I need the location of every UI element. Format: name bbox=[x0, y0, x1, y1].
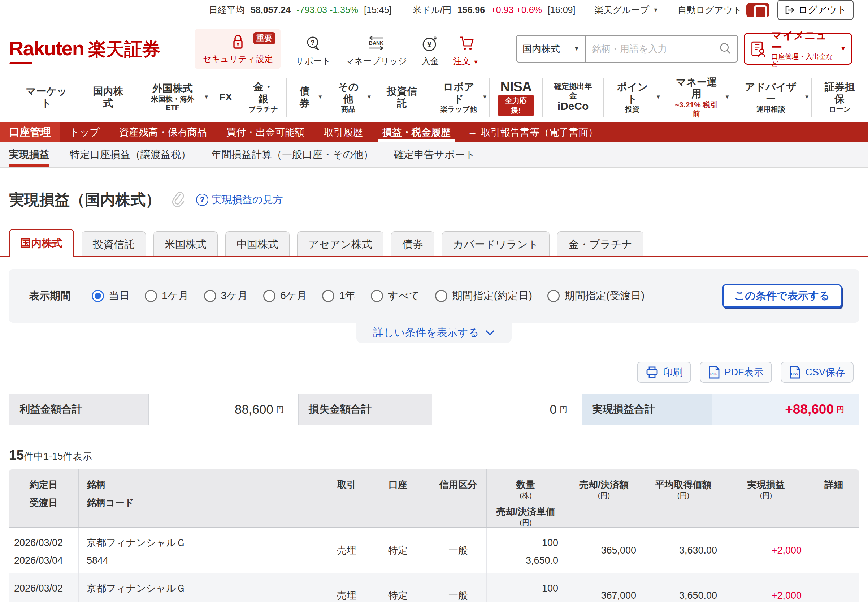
nav-securities-loan[interactable]: 証券担保 ローン bbox=[811, 78, 868, 117]
subnav-realized-pl[interactable]: 実現損益 bbox=[9, 142, 49, 167]
account-nav-top[interactable]: トップ bbox=[60, 122, 109, 142]
nav-advisor[interactable]: アドバイザー 運用相談 ▼ bbox=[732, 78, 812, 117]
search-category-select[interactable]: 国内株式 ▼ bbox=[517, 36, 586, 62]
nav-market[interactable]: マーケット bbox=[13, 78, 80, 117]
tab-bonds[interactable]: 債券 bbox=[391, 231, 434, 257]
period-option-6months[interactable]: 6ケ月 bbox=[263, 289, 307, 303]
security-settings-button[interactable]: 重要 セキュリティ設定 bbox=[194, 29, 281, 69]
arrow-right-icon: → bbox=[468, 126, 477, 138]
nav-mutual-funds[interactable]: 投資信託 bbox=[374, 78, 430, 117]
usdjpy-time: [16:09] bbox=[548, 5, 575, 15]
usdjpy-change: +0.93 +0.6% bbox=[491, 5, 542, 15]
period-label: 表示期間 bbox=[29, 289, 71, 303]
nikkei-value: 58,057.24 bbox=[251, 5, 291, 15]
apply-filter-button[interactable]: この条件で表示する bbox=[723, 284, 842, 307]
support-button[interactable]: ? サポート bbox=[295, 29, 331, 69]
realized-pl-table: 約定日受渡日 銘柄銘柄コード 取引 口座 信用区分 数量(株) 売却/決済単価(… bbox=[9, 469, 859, 602]
subnav-annual-pl-calc[interactable]: 年間損益計算（一般口座・その他） bbox=[211, 142, 374, 167]
tab-domestic-stock[interactable]: 国内株式 bbox=[9, 229, 74, 257]
rakuten-group-menu[interactable]: 楽天グループ ▼ bbox=[594, 4, 658, 16]
nav-other-products[interactable]: その他 商品 ▼ bbox=[325, 78, 374, 117]
nav-fx[interactable]: FX bbox=[211, 78, 240, 117]
nav-gold-platinum[interactable]: 金・銀 プラチナ bbox=[240, 78, 286, 117]
period-option-today[interactable]: 当日 bbox=[92, 289, 130, 303]
account-nav-trade-reports[interactable]: → 取引報告書等（電子書面） bbox=[460, 122, 605, 142]
account-nav: 口座管理 トップ 資産残高・保有商品 買付・出金可能額 取引履歴 損益・税金履歴… bbox=[0, 122, 868, 142]
chevron-down-icon: ▼ bbox=[656, 94, 661, 100]
nav-money-management[interactable]: マネー運用 ~3.21% 税引前 ▼ bbox=[663, 78, 732, 117]
subnav-specific-account-pl[interactable]: 特定口座損益（譲渡益税） bbox=[70, 142, 191, 167]
tab-us-stock[interactable]: 米国株式 bbox=[153, 231, 218, 257]
nav-point-invest[interactable]: ポイント 投資 ▼ bbox=[603, 78, 663, 117]
export-actions: 印刷 PDF PDF表示 CSV CSV保存 bbox=[9, 362, 854, 383]
logout-icon bbox=[785, 5, 795, 15]
table-header: 約定日受渡日 銘柄銘柄コード 取引 口座 信用区分 数量(株) 売却/決済単価(… bbox=[9, 469, 859, 528]
search-icon[interactable] bbox=[718, 41, 732, 56]
tab-asean-stock[interactable]: アセアン株式 bbox=[297, 231, 383, 257]
nikkei-time: [15:45] bbox=[364, 5, 391, 15]
nav-roboad[interactable]: ロボアド 楽ラップ他 ▼ bbox=[430, 78, 489, 117]
nav-bonds[interactable]: 債券 ▼ bbox=[286, 78, 325, 117]
loss-total-label: 損失金額合計 bbox=[298, 394, 432, 425]
nikkei-label: 日経平均 bbox=[209, 4, 245, 16]
radio-icon bbox=[547, 290, 560, 302]
logo-swoosh bbox=[9, 62, 33, 64]
nav-domestic-stock[interactable]: 国内株式 bbox=[80, 78, 136, 117]
usdjpy-value: 156.96 bbox=[458, 5, 485, 15]
radio-icon bbox=[435, 290, 447, 302]
radio-icon bbox=[92, 290, 104, 302]
table-row: 2026/03/02 京都フィナンシャルＧ 売埋 特定 一般 100 367,0… bbox=[9, 573, 859, 602]
auto-logout-toggle[interactable] bbox=[746, 3, 769, 17]
period-option-range-trade-date[interactable]: 期間指定(約定日) bbox=[435, 289, 532, 303]
account-nav-trade-history[interactable]: 取引履歴 bbox=[314, 122, 373, 142]
radio-icon bbox=[263, 290, 276, 302]
my-menu-button[interactable]: マイメニュー 口座管理・入出金など ▼ bbox=[744, 33, 852, 64]
global-nav: マーケット 国内株式 外国株式 米国株・海外ETF ▼ FX 金・銀 プラチナ … bbox=[0, 78, 868, 117]
account-nav-balance[interactable]: 資産残高・保有商品 bbox=[109, 122, 217, 142]
nav-ideco[interactable]: 確定拠出年金 iDeCo bbox=[542, 78, 604, 117]
pdf-file-icon: PDF bbox=[709, 366, 720, 379]
table-row: 2026/03/022026/03/04 京都フィナンシャルＧ5844 売埋 特… bbox=[9, 528, 859, 573]
account-nav-pl-tax-history[interactable]: 損益・税金履歴 bbox=[373, 122, 460, 142]
money-bridge-button[interactable]: BANK マネーブリッジ bbox=[345, 29, 407, 69]
show-detailed-conditions-toggle[interactable]: 詳しい条件を表示する bbox=[357, 322, 511, 343]
svg-text:¥: ¥ bbox=[427, 40, 432, 49]
order-button[interactable]: 注文 ▼ bbox=[453, 29, 479, 69]
period-option-range-settle-date[interactable]: 期間指定(受渡日) bbox=[547, 289, 644, 303]
col-amount: 売却/決済額(円) bbox=[565, 469, 643, 527]
subnav-tax-return-support[interactable]: 確定申告サポート bbox=[393, 142, 475, 167]
period-option-1year[interactable]: 1年 bbox=[322, 289, 355, 303]
period-option-all[interactable]: すべて bbox=[371, 289, 420, 303]
print-button[interactable]: 印刷 bbox=[637, 362, 691, 383]
tab-gold-platinum[interactable]: 金・プラチナ bbox=[557, 231, 643, 257]
search-input[interactable] bbox=[586, 36, 718, 62]
divider bbox=[668, 5, 668, 15]
period-option-3months[interactable]: 3ケ月 bbox=[204, 289, 248, 303]
svg-text:?: ? bbox=[311, 39, 315, 46]
page-title: 実現損益（国内株式） bbox=[9, 190, 161, 210]
realized-pl-help-link[interactable]: ? 実現損益の見方 bbox=[196, 193, 283, 207]
detail-cell[interactable] bbox=[808, 573, 859, 602]
detail-cell[interactable] bbox=[808, 528, 859, 573]
pdf-view-button[interactable]: PDF PDF表示 bbox=[700, 362, 772, 383]
col-account: 口座 bbox=[366, 469, 430, 527]
logout-button[interactable]: ログアウト bbox=[778, 0, 854, 20]
tab-china-stock[interactable]: 中国株式 bbox=[225, 231, 289, 257]
nav-foreign-stock[interactable]: 外国株式 米国株・海外ETF ▼ bbox=[136, 78, 211, 117]
account-nav-home[interactable]: 口座管理 bbox=[0, 122, 60, 142]
market-ticker-bar: 日経平均 58,057.24 -793.03 -1.35% [15:45] 米ド… bbox=[0, 0, 868, 20]
csv-save-button[interactable]: CSV CSV保存 bbox=[781, 362, 854, 383]
account-nav-buying-power[interactable]: 買付・出金可能額 bbox=[217, 122, 314, 142]
realized-pl-total-value: +88,600 円 bbox=[712, 394, 859, 425]
nav-nisa[interactable]: NISA 全力応援! bbox=[489, 78, 542, 117]
deposit-button[interactable]: ¥ 入金 bbox=[421, 29, 439, 69]
tab-mutual-funds[interactable]: 投資信託 bbox=[82, 231, 146, 257]
chevron-down-icon bbox=[485, 330, 495, 336]
tab-covered-warrant[interactable]: カバードワラント bbox=[442, 231, 550, 257]
cart-icon bbox=[458, 35, 475, 52]
rakuten-securities-logo[interactable]: Rakuten 楽天証券 bbox=[9, 37, 160, 61]
period-option-1month[interactable]: 1ケ月 bbox=[145, 289, 189, 303]
auto-logout-label: 自動ログアウト bbox=[678, 4, 742, 16]
loss-total-value: 0 円 bbox=[432, 394, 582, 425]
lock-icon bbox=[231, 34, 245, 49]
